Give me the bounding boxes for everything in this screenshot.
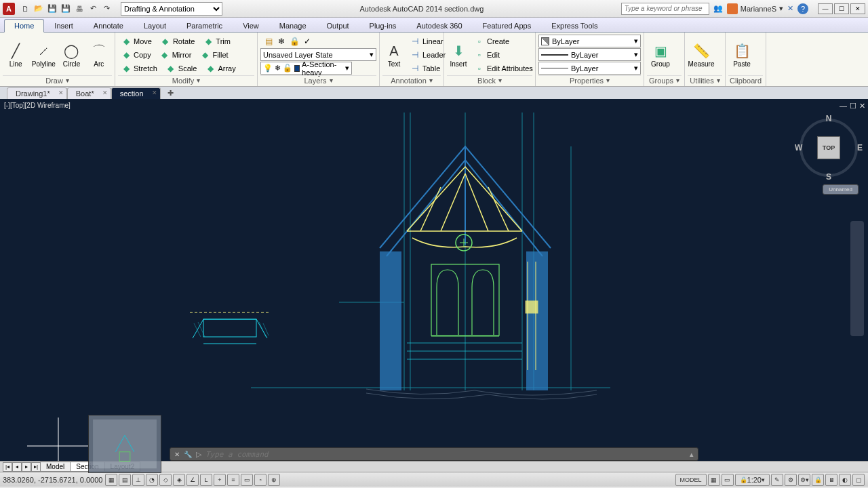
array-button[interactable]: ◆Array: [202, 62, 238, 75]
vp-maximize-icon[interactable]: ☐: [850, 102, 856, 110]
isolate-button[interactable]: ◐: [839, 474, 851, 486]
table-button[interactable]: ⊣Table: [407, 62, 448, 75]
redo-icon[interactable]: ↷: [100, 3, 113, 15]
ribbon-tab-autodesk-360[interactable]: Autodesk 360: [406, 19, 472, 32]
view-unnamed-label[interactable]: Unnamed: [823, 184, 859, 195]
search-input[interactable]: [621, 3, 709, 15]
cmd-close-icon[interactable]: ✕: [174, 451, 180, 458]
color-combo[interactable]: ByLayer▾: [538, 35, 641, 47]
layout-tab-model[interactable]: Model: [40, 462, 71, 472]
qp-button[interactable]: ▫: [254, 474, 267, 486]
signin-icon[interactable]: 👥: [713, 4, 723, 13]
annoscale-button[interactable]: 🔒 1:20 ▾: [735, 474, 770, 486]
compass-w[interactable]: W: [795, 143, 802, 152]
vp-close-icon[interactable]: ✕: [859, 102, 865, 110]
layer-current-combo[interactable]: 💡❄🔓A-Section-heavy▾: [260, 62, 352, 75]
layout-first-icon[interactable]: |◂: [3, 462, 12, 472]
insert-button[interactable]: ⬇Insert: [447, 35, 470, 75]
lineweight-combo[interactable]: ByLayer▾: [538, 62, 641, 75]
ws-button[interactable]: ⚙▾: [798, 474, 810, 486]
dyn-button[interactable]: +: [214, 474, 226, 486]
compass-e[interactable]: E: [857, 143, 863, 152]
polyline-button[interactable]: ⟋Polyline: [30, 35, 57, 75]
circle-button[interactable]: ◯Circle: [58, 35, 84, 75]
saveas-icon[interactable]: 💾: [60, 3, 72, 15]
exchange-icon[interactable]: ✕: [787, 4, 793, 13]
ribbon-tab-insert[interactable]: Insert: [44, 19, 83, 32]
linear-button[interactable]: ⊣Linear: [407, 35, 448, 47]
drawing-canvas[interactable]: [-][Top][2D Wireframe] — ☐ ✕ N S E W TOP…: [0, 99, 868, 461]
tpy-button[interactable]: ▭: [241, 474, 253, 486]
3dosnap-button[interactable]: ◈: [173, 474, 185, 486]
line-button[interactable]: ╱Line: [3, 35, 28, 75]
copy-button[interactable]: ◆Copy: [118, 48, 154, 61]
edit-button[interactable]: ▫Edit: [471, 48, 536, 61]
osnap-button[interactable]: ◇: [159, 474, 172, 486]
file-tab[interactable]: section✕: [111, 87, 161, 99]
help-icon[interactable]: ?: [797, 3, 808, 14]
navigation-bar[interactable]: [850, 221, 864, 336]
text-button[interactable]: AText: [382, 35, 406, 75]
measure-button[interactable]: 📏Measure: [688, 35, 715, 75]
new-icon[interactable]: 🗋: [19, 3, 31, 15]
user-menu[interactable]: MarianneS ▾: [727, 3, 783, 14]
command-input[interactable]: [205, 450, 686, 459]
compass-s[interactable]: S: [826, 172, 831, 182]
stretch-button[interactable]: ◆Stretch: [118, 62, 160, 75]
ribbon-tab-featured-apps[interactable]: Featured Apps: [473, 19, 542, 32]
polar-button[interactable]: ◔: [146, 474, 158, 486]
layout-next-icon[interactable]: ▸: [22, 462, 31, 472]
ducs-button[interactable]: L: [200, 474, 212, 486]
fillet-button[interactable]: ◆Fillet: [197, 48, 231, 61]
close-tab-icon[interactable]: ✕: [152, 89, 157, 96]
qv-button[interactable]: ▭: [722, 474, 734, 486]
ribbon-tab-parametric[interactable]: Parametric: [176, 19, 233, 32]
ribbon-tab-plug-ins[interactable]: Plug-ins: [359, 19, 407, 32]
grid-button[interactable]: ▤: [119, 474, 131, 486]
print-icon[interactable]: 🖶: [73, 3, 85, 15]
compass-n[interactable]: N: [826, 114, 832, 123]
lwt-button[interactable]: ≡: [227, 474, 239, 486]
scale-button[interactable]: ◆Scale: [163, 62, 200, 75]
file-tab[interactable]: Drawing1*✕: [7, 87, 67, 99]
viewport-header[interactable]: [-][Top][2D Wireframe]: [4, 102, 71, 109]
leader-button[interactable]: ⊣Leader: [407, 48, 448, 61]
new-tab-button[interactable]: ✚: [163, 87, 178, 98]
mirror-button[interactable]: ◆Mirror: [157, 48, 195, 61]
close-tab-icon[interactable]: ✕: [58, 89, 64, 96]
ribbon-tab-layout[interactable]: Layout: [134, 19, 176, 32]
hardware-button[interactable]: 🖥: [825, 474, 837, 486]
ribbon-tab-view[interactable]: View: [233, 19, 269, 32]
ribbon-tab-output[interactable]: Output: [317, 19, 359, 32]
clean-button[interactable]: ▢: [852, 474, 865, 486]
edit-attributes-button[interactable]: ▫Edit Attributes: [471, 62, 536, 75]
close-button[interactable]: ✕: [850, 3, 865, 14]
grid2-button[interactable]: ▦: [708, 474, 720, 486]
undo-icon[interactable]: ↶: [87, 3, 99, 15]
close-tab-icon[interactable]: ✕: [102, 89, 108, 96]
create-button[interactable]: ▫Create: [471, 35, 536, 47]
command-line[interactable]: ✕ 🔧 ▷ ▴: [170, 447, 698, 461]
ribbon-tab-express-tools[interactable]: Express Tools: [541, 19, 608, 32]
group-button[interactable]: ▣Group: [647, 35, 674, 75]
layout-prev-icon[interactable]: ◂: [12, 462, 22, 472]
minimize-button[interactable]: —: [818, 3, 833, 14]
linetype-combo[interactable]: ByLayer▾: [538, 48, 641, 61]
vp-minimize-icon[interactable]: —: [840, 102, 847, 110]
maximize-button[interactable]: ☐: [834, 3, 849, 14]
rotate-button[interactable]: ◆Rotate: [157, 35, 197, 47]
layer-tools-row[interactable]: ▤❄🔒✓: [260, 35, 376, 47]
arc-button[interactable]: ⌒Arc: [86, 35, 112, 75]
layer-state-combo[interactable]: Unsaved Layer State▾: [260, 48, 376, 61]
save-icon[interactable]: 💾: [46, 3, 58, 15]
ortho-button[interactable]: ⊥: [132, 474, 144, 486]
ribbon-tab-home[interactable]: Home: [4, 19, 44, 33]
annovis-button[interactable]: ✎: [771, 474, 783, 486]
modelspace-button[interactable]: MODEL: [675, 474, 707, 486]
sc-button[interactable]: ⊕: [268, 474, 280, 486]
file-tab[interactable]: Boat*✕: [67, 87, 111, 99]
viewcube[interactable]: N S E W TOP: [796, 115, 861, 180]
move-button[interactable]: ◆Move: [118, 35, 155, 47]
snap-button[interactable]: ▦: [105, 474, 117, 486]
annoauto-button[interactable]: ⚙: [785, 474, 797, 486]
